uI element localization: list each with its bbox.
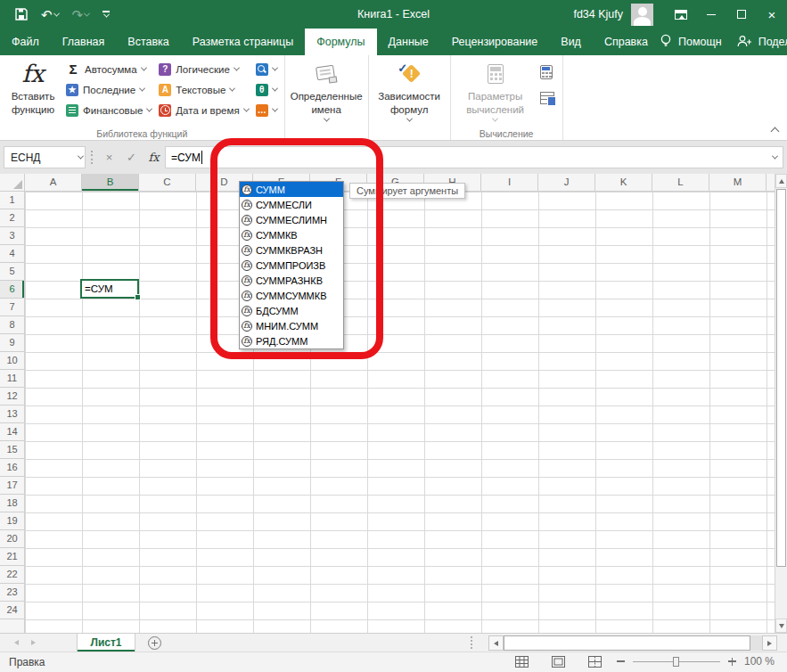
row-header[interactable]: 10 <box>0 352 24 370</box>
calculate-sheet-button[interactable] <box>537 87 558 108</box>
next-sheet-arrow[interactable] <box>31 640 36 645</box>
help-lightbulb-icon[interactable] <box>660 34 672 51</box>
page-break-view-icon[interactable] <box>588 656 602 668</box>
formula-input[interactable]: =СУМ <box>165 146 783 168</box>
ribbon-tab[interactable]: Данные <box>377 29 440 55</box>
row-header[interactable]: 24 <box>0 602 24 619</box>
row-header[interactable]: 21 <box>0 548 24 566</box>
column-header[interactable]: C <box>139 174 196 191</box>
row-header[interactable]: 6 <box>0 281 24 299</box>
ribbon-tab[interactable]: Вид <box>549 29 593 55</box>
calculate-now-button[interactable] <box>537 61 558 82</box>
autocomplete-item[interactable]: fx СУММЕСЛИ <box>240 197 343 212</box>
autocomplete-item[interactable]: fx РЯД.СУММ <box>240 333 343 348</box>
row-header[interactable]: 17 <box>0 477 24 495</box>
autocomplete-item[interactable]: fx СУММКВ <box>240 227 343 242</box>
expand-formula-bar-icon[interactable] <box>772 153 778 160</box>
column-header[interactable]: J <box>538 174 595 191</box>
ribbon-tab[interactable]: Справка <box>593 29 660 55</box>
add-sheet-button[interactable] <box>135 634 173 652</box>
ribbon-tab[interactable]: Разметка страницы <box>181 29 305 55</box>
autocomplete-item[interactable]: fx СУММСУММКВ <box>240 288 343 303</box>
row-header[interactable]: 15 <box>0 441 24 459</box>
row-header[interactable]: 5 <box>0 263 24 281</box>
customize-qat-button[interactable] <box>102 11 110 17</box>
calculation-options-button[interactable]: Параметры вычислений <box>455 58 537 127</box>
defined-names-button[interactable]: Определенные имена <box>283 58 370 127</box>
row-header[interactable]: 14 <box>0 423 24 441</box>
tab-file[interactable]: Файл <box>0 29 51 55</box>
zoom-level[interactable]: 100 % <box>744 655 775 668</box>
page-layout-view-icon[interactable] <box>552 656 565 668</box>
ribbon-display-options-button[interactable] <box>666 0 696 29</box>
horizontal-scrollbar[interactable] <box>488 635 777 651</box>
normal-view-icon[interactable] <box>515 656 529 668</box>
row-header[interactable]: 4 <box>0 245 24 263</box>
enter-button[interactable]: ✓ <box>120 146 143 168</box>
close-button[interactable]: × <box>757 0 787 29</box>
row-header[interactable]: 2 <box>0 209 24 227</box>
formula-auditing-button[interactable]: !✓ Зависимости формул <box>366 58 452 127</box>
horizontal-scroll-thumb[interactable] <box>504 635 750 651</box>
insert-function-button[interactable]: fx Вставить функцию <box>4 58 62 127</box>
sheet-tab[interactable]: Лист1 <box>77 634 135 652</box>
scroll-right-arrow[interactable] <box>762 635 777 651</box>
row-header[interactable]: 7 <box>0 299 24 316</box>
row-header[interactable]: 1 <box>0 192 24 209</box>
minimize-button[interactable] <box>696 0 726 29</box>
row-header[interactable]: 23 <box>0 584 24 602</box>
save-icon[interactable] <box>15 8 28 20</box>
autosum-button[interactable]: Σ Автосумма <box>62 59 155 79</box>
select-all-corner[interactable] <box>0 174 25 192</box>
lookup-reference-button[interactable] <box>252 59 281 79</box>
autocomplete-item[interactable]: fx СУММКВРАЗН <box>240 242 343 258</box>
redo-button[interactable]: ↷ <box>72 8 90 21</box>
row-header[interactable]: 12 <box>0 388 24 406</box>
column-header[interactable]: M <box>709 174 767 191</box>
autocomplete-item[interactable]: fx СУММЕСЛИМН <box>240 212 343 227</box>
row-header[interactable]: 19 <box>0 512 24 530</box>
row-header[interactable]: 22 <box>0 566 24 584</box>
row-header[interactable]: 9 <box>0 334 24 352</box>
formula-bar-handle[interactable] <box>86 151 98 165</box>
math-trig-button[interactable]: θ <box>252 79 281 100</box>
row-header[interactable]: 20 <box>0 530 24 548</box>
autocomplete-item[interactable]: fx СУММРАЗНКВ <box>240 273 343 288</box>
financial-button[interactable]: Финансовые <box>62 100 155 120</box>
active-cell-b6[interactable]: =СУМ <box>80 279 139 299</box>
vertical-scrollbar[interactable] <box>775 174 787 633</box>
column-header[interactable]: L <box>652 174 709 191</box>
recent-functions-button[interactable]: ★ Последние <box>62 79 155 100</box>
prev-sheet-arrow[interactable] <box>14 640 19 645</box>
row-header[interactable]: 8 <box>0 316 24 334</box>
ribbon-tab[interactable]: Формулы <box>305 29 376 55</box>
share-person-icon[interactable] <box>737 35 752 50</box>
name-box[interactable]: ЕСНД <box>4 146 86 168</box>
column-header[interactable]: A <box>25 174 82 191</box>
column-header[interactable]: K <box>595 174 652 191</box>
datetime-button[interactable]: Дата и время <box>155 100 251 120</box>
zoom-in-icon[interactable] <box>728 658 736 666</box>
text-functions-button[interactable]: A Текстовые <box>155 79 251 100</box>
ribbon-tab[interactable]: Рецензирование <box>440 29 550 55</box>
row-header[interactable]: 3 <box>0 227 24 245</box>
help-assistant-label[interactable]: Помощн <box>678 36 722 48</box>
avatar[interactable] <box>631 4 653 26</box>
logical-button[interactable]: ? Логические <box>155 59 251 79</box>
scroll-down-arrow[interactable] <box>775 619 787 633</box>
autocomplete-item[interactable]: fx БДСУММ <box>240 303 343 318</box>
column-header[interactable]: B <box>82 174 139 191</box>
ribbon-tab[interactable]: Главная <box>51 29 117 55</box>
autocomplete-item[interactable]: fx МНИМ.СУММ <box>240 318 343 333</box>
undo-button[interactable]: ↶ <box>41 8 59 21</box>
account-name[interactable]: fd34 Kjufy <box>573 8 623 20</box>
maximize-button[interactable] <box>726 0 757 29</box>
zoom-slider-thumb[interactable] <box>673 657 679 667</box>
zoom-slider[interactable] <box>633 661 720 662</box>
horizontal-scroll-track[interactable] <box>750 635 762 651</box>
row-header[interactable]: 13 <box>0 406 24 423</box>
column-header[interactable]: I <box>481 174 538 191</box>
row-header[interactable]: 11 <box>0 370 24 388</box>
collapse-ribbon-icon[interactable] <box>771 127 780 136</box>
scroll-left-arrow[interactable] <box>488 635 504 651</box>
